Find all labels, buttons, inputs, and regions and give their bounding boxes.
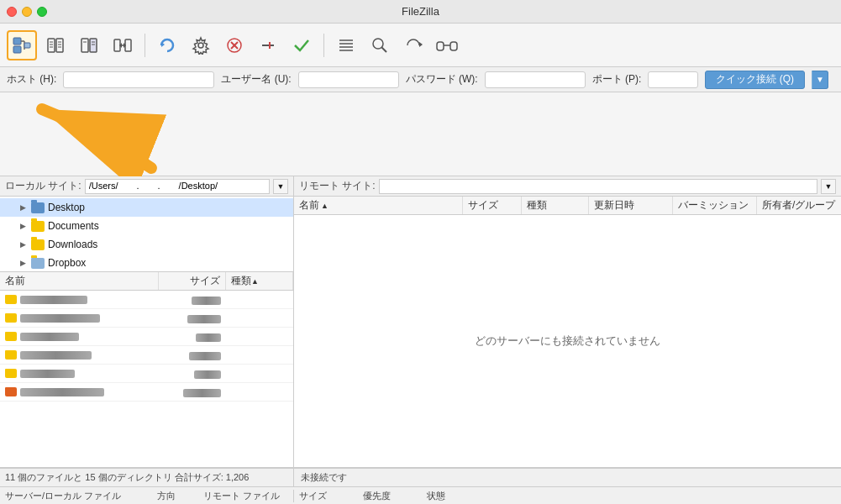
connection-bar: ホスト (H): ユーザー名 (U): パスワード (W): ポート (P): … [0, 67, 841, 92]
redacted-size [196, 333, 221, 342]
remote-col-type[interactable]: 種類 [522, 197, 589, 214]
tree-item-desktop[interactable]: ▶ Desktop [0, 198, 293, 217]
chevron-icon: ▶ [20, 222, 26, 230]
settings-button[interactable] [186, 30, 216, 60]
remote-panel: リモート サイト: ▼ 名前 ▲ サイズ 種類 更新日時 バーミッション 所 [294, 176, 841, 467]
pass-label: パスワード (W): [406, 72, 478, 87]
local-path-input[interactable] [85, 179, 270, 194]
file-size-cell [159, 331, 226, 341]
tree-item-documents[interactable]: ▶ Documents [0, 217, 293, 235]
cancel-button[interactable] [219, 30, 250, 60]
svg-rect-14 [81, 39, 88, 52]
file-folder-icon [5, 350, 17, 360]
toggle-local-button[interactable] [40, 30, 71, 60]
maximize-button[interactable] [37, 7, 47, 17]
svg-line-36 [382, 47, 387, 52]
file-name-cell [0, 332, 159, 341]
file-size-cell [159, 312, 226, 323]
svg-rect-5 [24, 43, 30, 48]
file-size-cell [159, 294, 226, 304]
file-row[interactable] [0, 328, 293, 346]
file-folder-icon [5, 369, 17, 378]
reconnect-button[interactable] [152, 30, 182, 60]
local-site-label: ローカル サイト: [5, 179, 81, 193]
redacted-filename [20, 333, 79, 341]
file-folder-icon [5, 313, 17, 323]
file-row[interactable] [0, 365, 293, 383]
main-area: ローカル サイト: ▼ ▶ Desktop ▶ Documents ▶ Down… [0, 176, 841, 467]
bottom-remote-col: サイズ 優先度 状態 [294, 490, 841, 502]
quick-connect-dropdown[interactable]: ▼ [812, 71, 828, 89]
file-row[interactable] [0, 309, 293, 328]
file-row[interactable] [0, 383, 293, 402]
file-folder-icon [5, 295, 17, 304]
host-input[interactable] [63, 71, 214, 88]
file-folder-icon [5, 332, 17, 341]
svg-rect-0 [13, 38, 21, 45]
remote-col-owner[interactable]: 所有者/グループ [757, 197, 841, 214]
svg-rect-6 [48, 39, 55, 52]
file-folder-icon [5, 387, 17, 396]
separator-1 [145, 34, 145, 57]
svg-point-25 [198, 43, 203, 48]
toggle-remote-button[interactable] [74, 30, 104, 60]
svg-rect-19 [114, 39, 120, 51]
remote-col-name[interactable]: 名前 ▲ [294, 197, 463, 214]
local-file-tree: ▶ Desktop ▶ Documents ▶ Downloads ▶ Drop… [0, 197, 293, 272]
remote-column-header: 名前 ▲ サイズ 種類 更新日時 バーミッション 所有者/グループ [294, 197, 841, 215]
search-remote-button[interactable] [365, 30, 395, 60]
toggle-transfer-button[interactable] [108, 30, 138, 60]
tree-item-label: Documents [48, 220, 99, 232]
redacted-filename [20, 314, 100, 323]
find-button[interactable] [432, 30, 462, 60]
col-size-header[interactable]: サイズ [159, 272, 226, 290]
close-button[interactable] [7, 7, 17, 17]
remote-empty-message: どのサーバーにも接続されていません [294, 215, 841, 467]
site-manager-button[interactable] [7, 30, 37, 60]
redacted-size [192, 297, 221, 305]
svg-rect-10 [56, 39, 63, 52]
redacted-filename [20, 296, 87, 304]
file-size-cell [159, 368, 226, 378]
col-type-header[interactable]: 種類 [226, 272, 293, 290]
user-input[interactable] [298, 71, 399, 88]
port-label: ポート (P): [592, 72, 642, 87]
chevron-icon: ▶ [20, 240, 26, 249]
tree-item-label: Downloads [48, 239, 97, 250]
minimize-button[interactable] [22, 7, 32, 17]
refresh-button[interactable] [398, 30, 428, 60]
local-site-header: ローカル サイト: ▼ [0, 176, 293, 197]
disconnect-button[interactable] [253, 30, 283, 60]
queue-files-button[interactable] [331, 30, 361, 60]
file-row[interactable] [0, 291, 293, 309]
chevron-icon: ▶ [20, 259, 26, 267]
toolbar [0, 24, 841, 67]
quick-connect-button[interactable]: クイック接続 (Q) [705, 71, 805, 89]
remote-col-size[interactable]: サイズ [463, 197, 522, 214]
file-list-header: 名前 サイズ 種類 [0, 272, 293, 291]
remote-col-date[interactable]: 更新日時 [589, 197, 673, 214]
title-bar: FileZilla [0, 0, 841, 24]
local-path-dropdown[interactable]: ▼ [273, 179, 288, 194]
user-label: ユーザー名 (U): [221, 72, 291, 87]
connect-button[interactable] [286, 30, 317, 60]
tree-item-downloads[interactable]: ▶ Downloads [0, 235, 293, 254]
redacted-size [189, 352, 221, 360]
svg-rect-16 [90, 39, 97, 52]
annotation-arrow [17, 101, 185, 176]
local-file-list: 名前 サイズ 種類 [0, 272, 293, 467]
pass-input[interactable] [485, 71, 586, 88]
file-name-cell [0, 387, 159, 396]
remote-col-perm[interactable]: バーミッション [673, 197, 757, 214]
file-row[interactable] [0, 346, 293, 365]
remote-path-dropdown[interactable]: ▼ [821, 179, 836, 194]
redacted-size [183, 389, 221, 397]
svg-rect-20 [125, 39, 131, 51]
file-size-cell [159, 386, 226, 396]
folder-icon-desktop [31, 202, 45, 213]
sort-icon: ▲ [321, 202, 329, 210]
tree-item-dropbox[interactable]: ▶ Dropbox [0, 254, 293, 272]
col-name-header[interactable]: 名前 [0, 272, 159, 290]
port-input[interactable] [648, 71, 698, 88]
remote-path-input[interactable] [379, 179, 817, 194]
